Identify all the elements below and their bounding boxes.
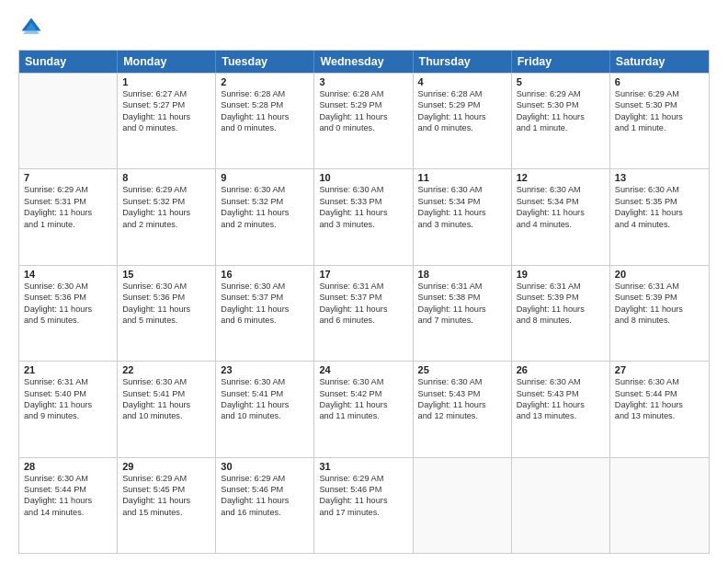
- day-number: 29: [122, 461, 210, 472]
- day-number: 5: [517, 76, 605, 87]
- cell-info-line: and 8 minutes.: [615, 315, 704, 326]
- cell-info-line: and 0 minutes.: [418, 122, 506, 133]
- cell-info-line: Sunset: 5:32 PM: [221, 196, 309, 207]
- header: [18, 15, 710, 40]
- cell-info-line: and 10 minutes.: [122, 410, 210, 421]
- calendar-cell-29: 29Sunrise: 6:29 AMSunset: 5:45 PMDayligh…: [118, 458, 216, 553]
- cell-info-line: Sunset: 5:35 PM: [615, 196, 704, 207]
- day-number: 4: [418, 76, 506, 87]
- cell-info-line: Daylight: 11 hours: [418, 207, 506, 218]
- calendar-header: SundayMondayTuesdayWednesdayThursdayFrid…: [19, 51, 709, 73]
- day-number: 21: [24, 364, 112, 375]
- cell-info-line: Daylight: 11 hours: [517, 399, 605, 410]
- cell-info-line: Daylight: 11 hours: [122, 304, 210, 315]
- header-day-sunday: Sunday: [19, 51, 118, 73]
- day-number: 7: [24, 172, 112, 183]
- cell-info-line: Sunrise: 6:30 AM: [319, 376, 407, 387]
- calendar-cell-17: 17Sunrise: 6:31 AMSunset: 5:37 PMDayligh…: [314, 266, 413, 361]
- cell-info-line: Sunrise: 6:30 AM: [615, 184, 704, 195]
- cell-info-line: Sunset: 5:32 PM: [122, 196, 210, 207]
- cell-info-line: Sunset: 5:29 PM: [418, 99, 506, 110]
- cell-info-line: Sunrise: 6:28 AM: [221, 88, 309, 99]
- calendar-cell-14: 14Sunrise: 6:30 AMSunset: 5:36 PMDayligh…: [19, 266, 118, 361]
- cell-info-line: Daylight: 11 hours: [221, 399, 309, 410]
- cell-info-line: and 0 minutes.: [122, 122, 210, 133]
- cell-info-line: Sunrise: 6:30 AM: [418, 184, 506, 195]
- cell-info-line: Daylight: 11 hours: [418, 111, 506, 122]
- cell-info-line: Daylight: 11 hours: [615, 207, 704, 218]
- header-day-monday: Monday: [118, 51, 216, 73]
- cell-info-line: Sunrise: 6:31 AM: [615, 281, 704, 292]
- cell-info-line: and 12 minutes.: [418, 410, 506, 421]
- cell-info-line: Sunset: 5:34 PM: [517, 196, 605, 207]
- calendar-row-3: 14Sunrise: 6:30 AMSunset: 5:36 PMDayligh…: [19, 265, 709, 361]
- cell-info-line: Daylight: 11 hours: [122, 399, 210, 410]
- cell-info-line: Sunset: 5:43 PM: [418, 388, 506, 399]
- cell-info-line: and 11 minutes.: [319, 410, 407, 421]
- calendar-row-1: 1Sunrise: 6:27 AMSunset: 5:27 PMDaylight…: [19, 73, 709, 168]
- cell-info-line: Sunrise: 6:30 AM: [122, 376, 210, 387]
- cell-info-line: Daylight: 11 hours: [221, 111, 309, 122]
- cell-info-line: Sunrise: 6:30 AM: [221, 376, 309, 387]
- cell-info-line: and 2 minutes.: [221, 219, 309, 230]
- cell-info-line: Daylight: 11 hours: [517, 111, 605, 122]
- cell-info-line: Sunset: 5:43 PM: [517, 388, 605, 399]
- cell-info-line: Daylight: 11 hours: [319, 111, 407, 122]
- calendar-cell-5: 5Sunrise: 6:29 AMSunset: 5:30 PMDaylight…: [512, 74, 610, 168]
- cell-info-line: Sunset: 5:28 PM: [221, 99, 309, 110]
- cell-info-line: Sunset: 5:46 PM: [319, 484, 407, 495]
- day-number: 11: [418, 172, 506, 183]
- cell-info-line: and 6 minutes.: [221, 315, 309, 326]
- cell-info-line: Daylight: 11 hours: [615, 304, 704, 315]
- cell-info-line: Sunset: 5:40 PM: [24, 388, 112, 399]
- cell-info-line: and 2 minutes.: [122, 219, 210, 230]
- calendar-cell-31: 31Sunrise: 6:29 AMSunset: 5:46 PMDayligh…: [314, 458, 413, 553]
- calendar-cell-18: 18Sunrise: 6:31 AMSunset: 5:38 PMDayligh…: [414, 266, 512, 361]
- calendar-row-4: 21Sunrise: 6:31 AMSunset: 5:40 PMDayligh…: [19, 361, 709, 456]
- cell-info-line: Daylight: 11 hours: [319, 304, 407, 315]
- cell-info-line: Sunset: 5:42 PM: [319, 388, 407, 399]
- cell-info-line: and 4 minutes.: [517, 219, 605, 230]
- cell-info-line: Sunset: 5:38 PM: [418, 292, 506, 303]
- cell-info-line: and 10 minutes.: [221, 410, 309, 421]
- cell-info-line: Sunset: 5:37 PM: [221, 292, 309, 303]
- cell-info-line: Sunrise: 6:29 AM: [24, 184, 112, 195]
- cell-info-line: Daylight: 11 hours: [122, 111, 210, 122]
- cell-info-line: Daylight: 11 hours: [24, 304, 112, 315]
- cell-info-line: Sunset: 5:36 PM: [24, 292, 112, 303]
- day-number: 10: [319, 172, 407, 183]
- calendar-cell-8: 8Sunrise: 6:29 AMSunset: 5:32 PMDaylight…: [118, 169, 216, 264]
- calendar-cell-16: 16Sunrise: 6:30 AMSunset: 5:37 PMDayligh…: [216, 266, 314, 361]
- cell-info-line: Sunrise: 6:29 AM: [122, 184, 210, 195]
- calendar-cell-empty-0-0: [19, 74, 118, 168]
- day-number: 9: [221, 172, 309, 183]
- cell-info-line: and 13 minutes.: [517, 410, 605, 421]
- day-number: 1: [122, 76, 210, 87]
- cell-info-line: Daylight: 11 hours: [122, 495, 210, 506]
- cell-info-line: Sunset: 5:37 PM: [319, 292, 407, 303]
- cell-info-line: and 13 minutes.: [615, 410, 704, 421]
- day-number: 15: [122, 269, 210, 280]
- calendar-body: 1Sunrise: 6:27 AMSunset: 5:27 PMDaylight…: [19, 73, 709, 553]
- cell-info-line: Sunset: 5:46 PM: [221, 484, 309, 495]
- cell-info-line: Sunrise: 6:29 AM: [122, 473, 210, 484]
- cell-info-line: Sunset: 5:27 PM: [122, 99, 210, 110]
- day-number: 19: [517, 269, 605, 280]
- header-day-wednesday: Wednesday: [314, 51, 413, 73]
- header-day-saturday: Saturday: [610, 51, 709, 73]
- calendar-cell-empty-4-5: [512, 458, 610, 553]
- cell-info-line: and 0 minutes.: [221, 122, 309, 133]
- calendar-cell-22: 22Sunrise: 6:30 AMSunset: 5:41 PMDayligh…: [118, 362, 216, 456]
- cell-info-line: Sunrise: 6:30 AM: [418, 376, 506, 387]
- cell-info-line: Sunrise: 6:31 AM: [319, 281, 407, 292]
- calendar-cell-27: 27Sunrise: 6:30 AMSunset: 5:44 PMDayligh…: [610, 362, 709, 456]
- day-number: 31: [319, 461, 407, 472]
- day-number: 23: [221, 364, 309, 375]
- calendar-cell-9: 9Sunrise: 6:30 AMSunset: 5:32 PMDaylight…: [216, 169, 314, 264]
- cell-info-line: Sunrise: 6:29 AM: [615, 88, 704, 99]
- cell-info-line: Daylight: 11 hours: [221, 495, 309, 506]
- day-number: 25: [418, 364, 506, 375]
- day-number: 28: [24, 461, 112, 472]
- day-number: 17: [319, 269, 407, 280]
- day-number: 6: [615, 76, 704, 87]
